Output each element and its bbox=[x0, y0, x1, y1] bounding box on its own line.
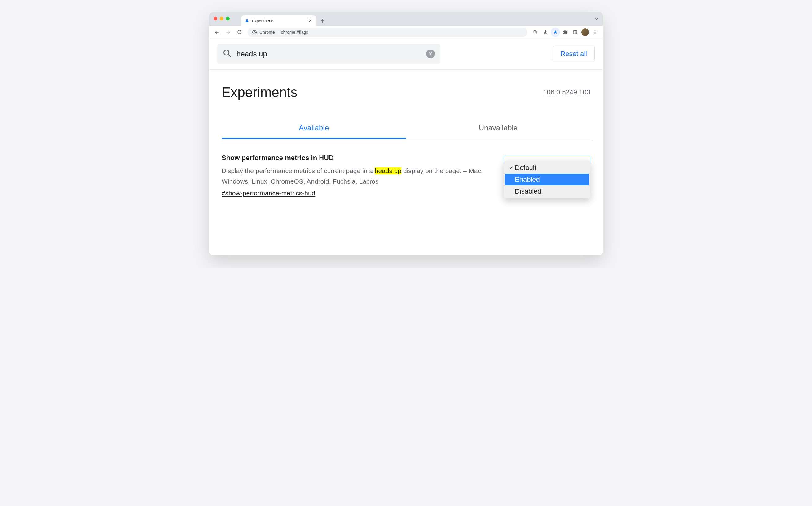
svg-point-7 bbox=[595, 33, 596, 34]
flag-item: Show performance metrics in HUD Display … bbox=[209, 139, 603, 203]
page-content: Reset all Experiments 106.0.5249.103 Ava… bbox=[209, 38, 603, 255]
chrome-icon bbox=[252, 30, 257, 35]
traffic-lights bbox=[214, 17, 230, 20]
bookmark-star-icon[interactable] bbox=[551, 27, 560, 37]
browser-window: Experiments Chrome bbox=[209, 12, 603, 255]
close-tab-button[interactable] bbox=[308, 18, 313, 23]
flag-anchor-link[interactable]: #show-performance-metrics-hud bbox=[222, 189, 315, 197]
tabs-dropdown-button[interactable] bbox=[594, 17, 598, 22]
tab-title: Experiments bbox=[252, 19, 305, 23]
omnibox-url: chrome://flags bbox=[281, 30, 308, 35]
flag-info: Show performance metrics in HUD Display … bbox=[222, 154, 485, 197]
maximize-window-button[interactable] bbox=[226, 17, 230, 20]
omnibox-prefix: Chrome bbox=[260, 30, 275, 35]
omnibox-text: Chrome | chrome://flags bbox=[260, 30, 308, 35]
flag-title: Show performance metrics in HUD bbox=[222, 154, 485, 162]
new-tab-button[interactable] bbox=[318, 16, 327, 25]
omnibox-separator: | bbox=[277, 30, 279, 35]
menu-icon[interactable] bbox=[590, 27, 600, 37]
side-panel-icon[interactable] bbox=[571, 27, 580, 37]
omnibox[interactable]: Chrome | chrome://flags bbox=[248, 27, 527, 37]
flag-dropdown: ✓Default Enabled Disabled bbox=[504, 161, 590, 198]
tab-strip: Experiments bbox=[241, 12, 327, 26]
reload-button[interactable] bbox=[235, 27, 244, 37]
flask-icon bbox=[244, 18, 249, 23]
minimize-window-button[interactable] bbox=[220, 17, 223, 20]
titlebar: Experiments bbox=[209, 12, 603, 26]
share-icon[interactable] bbox=[541, 27, 550, 37]
profile-avatar[interactable] bbox=[581, 28, 589, 36]
version-text: 106.0.5249.103 bbox=[543, 88, 590, 96]
toolbar-icons bbox=[531, 27, 600, 37]
check-icon: ✓ bbox=[509, 165, 513, 170]
search-bar-row: Reset all bbox=[209, 38, 603, 70]
flag-description-before: Display the performance metrics of curre… bbox=[222, 167, 375, 174]
reset-all-button[interactable]: Reset all bbox=[552, 46, 595, 62]
flag-control: ✓Default Enabled Disabled bbox=[504, 154, 590, 197]
clear-search-button[interactable] bbox=[426, 50, 435, 58]
browser-tab[interactable]: Experiments bbox=[241, 15, 316, 26]
toolbar: Chrome | chrome://flags bbox=[209, 26, 603, 38]
close-window-button[interactable] bbox=[214, 17, 217, 20]
back-button[interactable] bbox=[212, 27, 222, 37]
svg-point-5 bbox=[595, 30, 596, 31]
dropdown-option-label: Default bbox=[515, 164, 536, 172]
page-title: Experiments bbox=[222, 85, 298, 100]
forward-button[interactable] bbox=[223, 27, 233, 37]
zoom-icon[interactable] bbox=[531, 27, 540, 37]
dropdown-option-default[interactable]: ✓Default bbox=[505, 162, 589, 174]
svg-rect-4 bbox=[576, 30, 577, 34]
flag-description-highlight: heads up bbox=[375, 167, 401, 174]
dropdown-option-disabled[interactable]: Disabled bbox=[505, 185, 589, 197]
svg-point-6 bbox=[595, 31, 596, 32]
search-icon bbox=[223, 49, 231, 59]
search-input[interactable] bbox=[236, 50, 421, 58]
search-box[interactable] bbox=[217, 44, 440, 64]
tab-unavailable[interactable]: Unavailable bbox=[406, 118, 590, 139]
dropdown-option-label: Disabled bbox=[515, 187, 541, 195]
flag-description: Display the performance metrics of curre… bbox=[222, 166, 485, 186]
tabs-nav: Available Unavailable bbox=[222, 118, 590, 139]
tab-available[interactable]: Available bbox=[222, 118, 406, 139]
dropdown-option-label: Enabled bbox=[515, 176, 540, 184]
dropdown-option-enabled[interactable]: Enabled bbox=[505, 174, 589, 185]
experiments-header: Experiments 106.0.5249.103 bbox=[209, 70, 603, 103]
extensions-icon[interactable] bbox=[561, 27, 570, 37]
